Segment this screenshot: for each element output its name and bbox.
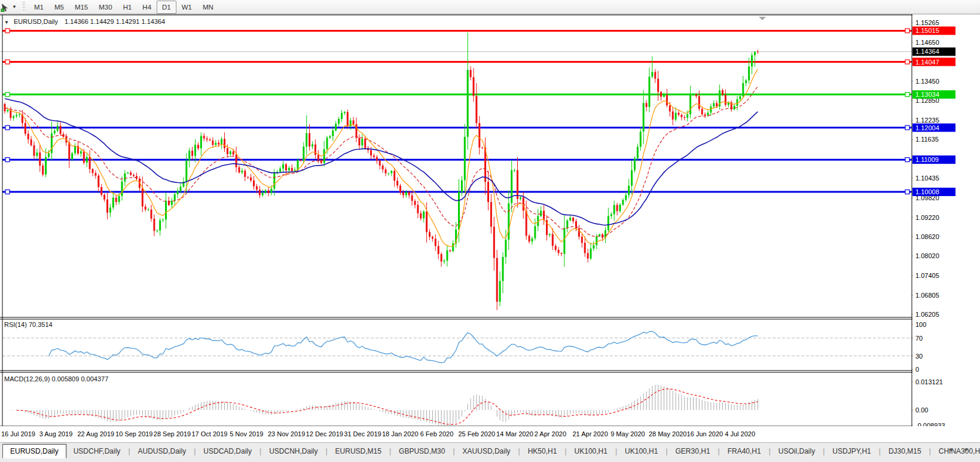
ma-mid-red — [5, 87, 758, 236]
date-axis[interactable]: 16 Jul 20193 Aug 201922 Aug 201910 Sep 2… — [0, 426, 980, 442]
date-label: 17 Oct 2019 — [192, 430, 228, 437]
chart-tab-UK100-H1[interactable]: UK100,H1 — [618, 445, 665, 458]
timeframe-button-W1[interactable]: W1 — [176, 1, 197, 14]
timeframe-button-M1[interactable]: M1 — [29, 1, 49, 14]
horizontal-level-lines — [0, 29, 912, 194]
chart-tab-DJ30-M15[interactable]: DJ30,M15 — [881, 445, 929, 458]
svg-text:1.13034: 1.13034 — [915, 91, 939, 98]
chart-tab-USOil-Daily[interactable]: USOil,Daily — [771, 445, 822, 458]
timeframe-button-M15[interactable]: M15 — [69, 1, 93, 14]
chart-tab-UK100-H1[interactable]: UK100,H1 — [567, 445, 615, 458]
chart-tab-EURUSD-M15[interactable]: EURUSD,M15 — [328, 445, 389, 458]
svg-text:0.013121: 0.013121 — [915, 378, 943, 385]
timeframe-button-M5[interactable]: M5 — [49, 1, 69, 14]
rsi-panel — [2, 331, 912, 363]
date-label: 21 Apr 2020 — [573, 430, 608, 437]
timeframe-button-M30[interactable]: M30 — [93, 1, 117, 14]
rsi-line — [49, 331, 758, 363]
svg-text:1.13450: 1.13450 — [915, 78, 939, 85]
svg-text:1.07405: 1.07405 — [915, 272, 939, 279]
timeframe-button-D1[interactable]: D1 — [157, 1, 176, 14]
svg-text:1.14364: 1.14364 — [915, 48, 939, 55]
svg-text:1.11009: 1.11009 — [915, 156, 939, 163]
chart-tabs: EURUSD,DailyUSDCHF,Daily|AUDUSD,Daily|US… — [2, 444, 980, 458]
svg-text:1.15015: 1.15015 — [915, 27, 939, 34]
svg-text:1.06205: 1.06205 — [915, 311, 939, 318]
chart-tab-USDCAD-Daily[interactable]: USDCAD,Daily — [196, 445, 259, 458]
macd-panel — [11, 385, 758, 426]
tab-scroll-arrows: ◄ ► — [948, 446, 974, 452]
collapse-arrow-icon[interactable]: ▼ — [4, 20, 9, 25]
date-label: 4 Jul 2020 — [725, 430, 755, 437]
timeframe-button-MN[interactable]: MN — [197, 1, 219, 14]
ma-slow-blue — [5, 99, 758, 225]
svg-text:0: 0 — [915, 366, 919, 373]
svg-text:1.09220: 1.09220 — [915, 214, 939, 221]
svg-text:1.10008: 1.10008 — [915, 188, 939, 195]
tool-dropdown-caret-icon[interactable]: ▼ — [12, 4, 17, 10]
svg-text:1.06805: 1.06805 — [915, 292, 939, 299]
svg-text:0.00: 0.00 — [915, 406, 928, 414]
svg-text:1.12004: 1.12004 — [915, 124, 939, 131]
date-label: 12 Dec 2019 — [306, 430, 343, 437]
date-label: 16 Jul 2019 — [1, 430, 35, 437]
price-axis[interactable]: 1.152651.146501.134501.128501.122351.116… — [912, 14, 980, 429]
chart-tab-AUDUSD-Daily[interactable]: AUDUSD,Daily — [131, 445, 194, 458]
chart-tab-XAUUSD-Daily[interactable]: XAUUSD,Daily — [456, 445, 518, 458]
svg-text:1.08620: 1.08620 — [915, 233, 939, 240]
svg-text:1.15265: 1.15265 — [915, 19, 939, 26]
rsi-indicator-label: RSI(14) 70.3514 — [4, 321, 53, 328]
svg-text:100: 100 — [915, 321, 926, 328]
svg-text:1.14650: 1.14650 — [915, 39, 939, 46]
symbol-label: EURUSD,Daily — [14, 18, 58, 25]
ma-mid-red — [5, 87, 758, 236]
date-label: 6 Feb 2020 — [420, 430, 454, 437]
panel-borders — [0, 14, 980, 429]
svg-text:1.11635: 1.11635 — [915, 136, 939, 143]
date-label: 3 Aug 2019 — [39, 430, 73, 437]
date-label: 23 Nov 2019 — [268, 430, 305, 437]
tab-scroll-left-icon[interactable]: ◄ — [948, 446, 958, 452]
svg-text:1.12235: 1.12235 — [915, 117, 939, 124]
date-label: 28 Sep 2019 — [154, 430, 191, 437]
date-label: 9 May 2020 — [610, 430, 645, 437]
chart-tab-USDCHF-Daily[interactable]: USDCHF,Daily — [66, 445, 128, 458]
price-chart-canvas[interactable]: 1.152651.146501.134501.128501.122351.116… — [0, 14, 980, 442]
chart-tab-EURUSD-Daily[interactable]: EURUSD,Daily — [2, 444, 66, 458]
timeframe-buttons: M1M5M15M30H1H4D1W1MN — [29, 1, 219, 14]
ma-slow-blue — [5, 99, 758, 225]
ma-fast-orange — [5, 69, 758, 247]
chart-tab-GER30-H1[interactable]: GER30,H1 — [668, 445, 718, 458]
timeframe-toolbar: ▼ M1M5M15M30H1H4D1W1MN — [0, 0, 980, 14]
date-label: 2 Apr 2020 — [535, 430, 566, 437]
svg-text:1.10435: 1.10435 — [915, 175, 939, 182]
chart-area[interactable]: 1.152651.146501.134501.128501.122351.116… — [0, 14, 980, 442]
svg-text:30: 30 — [915, 353, 923, 360]
chart-header: ▼ EURUSD,Daily 1.14366 1.14429 1.14291 1… — [4, 18, 165, 25]
chart-tab-GBPUSD-M30[interactable]: GBPUSD,M30 — [392, 445, 452, 458]
date-label: 28 May 2020 — [649, 430, 687, 437]
date-label: 18 Jan 2020 — [382, 430, 419, 437]
svg-text:1.08020: 1.08020 — [915, 252, 939, 259]
chart-tab-USDCNH-Daily[interactable]: USDCNH,Daily — [262, 445, 325, 458]
ohlc-values: 1.14366 1.14429 1.14291 1.14364 — [65, 18, 165, 25]
chart-shift-marker-icon — [759, 17, 766, 20]
chart-tab-FRA40-H1[interactable]: FRA40,H1 — [721, 445, 768, 458]
date-label: 16 Jun 2020 — [687, 430, 723, 437]
date-label: 31 Dec 2019 — [344, 430, 381, 437]
crosshair-tool-icon[interactable] — [0, 1, 12, 13]
svg-text:70: 70 — [915, 335, 923, 342]
toolbar-grip-handle[interactable] — [22, 2, 25, 13]
date-label: 22 Aug 2019 — [77, 430, 114, 437]
date-label: 5 Nov 2019 — [230, 430, 263, 437]
macd-indicator-label: MACD(12,26,9) 0.005809 0.004377 — [4, 375, 108, 383]
chart-tab-USDJPY-H1[interactable]: USDJPY,H1 — [825, 445, 878, 458]
timeframe-button-H4[interactable]: H4 — [137, 1, 157, 14]
ma-fast-orange — [5, 69, 758, 247]
candlesticks — [4, 32, 759, 310]
chart-tab-HK50-H1[interactable]: HK50,H1 — [521, 445, 564, 458]
timeframe-button-H1[interactable]: H1 — [118, 1, 138, 14]
svg-text:1.14047: 1.14047 — [915, 59, 939, 66]
tab-scroll-right-icon[interactable]: ► — [964, 446, 974, 452]
chart-tab-bar: EURUSD,DailyUSDCHF,Daily|AUDUSD,Daily|US… — [0, 442, 980, 462]
